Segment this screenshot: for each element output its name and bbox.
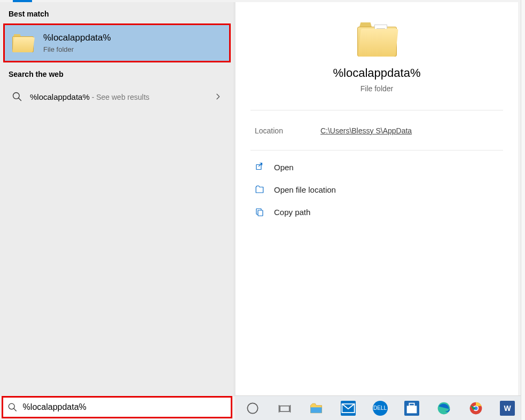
folder-icon — [357, 22, 397, 57]
open-file-location-action[interactable]: Open file location — [250, 178, 503, 201]
search-icon — [7, 402, 18, 413]
task-view-button[interactable] — [272, 397, 297, 419]
copy-icon — [255, 207, 264, 217]
open-location-label: Open file location — [274, 185, 336, 194]
detail-subtitle: File folder — [236, 84, 518, 93]
best-match-text: %localappdata% File folder — [43, 33, 111, 53]
svg-rect-10 — [311, 407, 322, 413]
folder-icon — [12, 34, 34, 52]
store-icon — [404, 401, 419, 416]
search-icon — [12, 91, 22, 102]
search-results-panel: Best match %localappdata% File folder Se… — [0, 2, 234, 397]
open-label: Open — [274, 163, 294, 172]
svg-rect-12 — [410, 403, 414, 406]
copy-path-label: Copy path — [274, 208, 310, 217]
edge-button[interactable] — [432, 397, 456, 419]
best-match-header: Best match — [0, 2, 234, 23]
window-edge — [521, 0, 525, 420]
file-explorer-button[interactable] — [304, 397, 328, 419]
best-match-subtitle: File folder — [43, 45, 111, 53]
cortana-icon — [245, 401, 260, 416]
detail-hero: %localappdata% File folder — [236, 17, 518, 110]
dell-icon: DELL — [373, 401, 388, 416]
mail-icon — [341, 401, 356, 416]
best-match-title: %localappdata% — [43, 33, 111, 43]
best-match-result[interactable]: %localappdata% File folder — [3, 23, 231, 62]
location-value[interactable]: C:\Users\Blessy S\AppData — [320, 126, 412, 135]
web-result-text: %localappdata% - See web results — [30, 92, 150, 101]
svg-line-1 — [19, 98, 21, 101]
chrome-icon — [468, 401, 483, 416]
edge-icon — [436, 401, 451, 416]
location-label: Location — [255, 126, 283, 135]
search-box[interactable] — [2, 396, 232, 418]
open-icon — [255, 162, 264, 172]
svg-rect-3 — [258, 210, 263, 216]
location-row: Location C:\Users\Blessy S\AppData — [236, 110, 518, 150]
search-web-header: Search the web — [0, 62, 234, 84]
dell-app-button[interactable]: DELL — [368, 397, 393, 419]
mail-button[interactable] — [336, 397, 361, 419]
web-result[interactable]: %localappdata% - See web results — [3, 84, 231, 109]
task-view-icon — [277, 401, 292, 416]
detail-title: %localappdata% — [236, 66, 518, 80]
microsoft-store-button[interactable] — [399, 397, 424, 419]
svg-point-6 — [247, 403, 257, 413]
folder-location-icon — [255, 185, 264, 194]
actions-list: Open Open file location Copy path — [236, 150, 518, 228]
svg-rect-11 — [407, 406, 417, 413]
open-action[interactable]: Open — [250, 156, 503, 178]
web-result-suffix: - See web results — [90, 93, 150, 101]
chrome-button[interactable] — [464, 397, 488, 419]
taskbar: DELL W — [235, 395, 525, 420]
web-result-title: %localappdata% — [30, 92, 90, 101]
word-button[interactable]: W — [495, 397, 520, 419]
word-icon: W — [500, 401, 515, 416]
search-input[interactable] — [23, 402, 226, 412]
detail-panel: %localappdata% File folder Location C:\U… — [235, 2, 518, 397]
svg-line-5 — [14, 408, 17, 411]
svg-rect-7 — [280, 406, 289, 411]
file-explorer-icon — [309, 401, 324, 416]
chevron-right-icon — [214, 92, 222, 101]
cortana-button[interactable] — [240, 397, 265, 419]
copy-path-action[interactable]: Copy path — [250, 201, 503, 223]
